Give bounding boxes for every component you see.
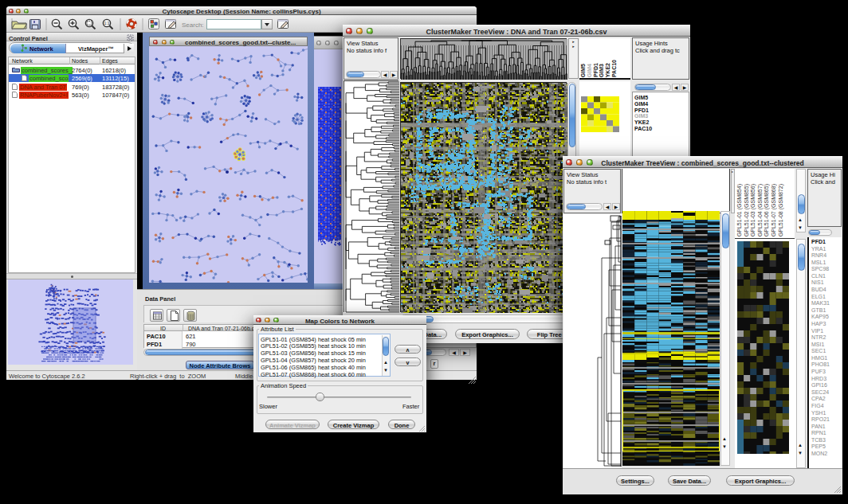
svg-text:1:1: 1:1 <box>104 21 110 25</box>
